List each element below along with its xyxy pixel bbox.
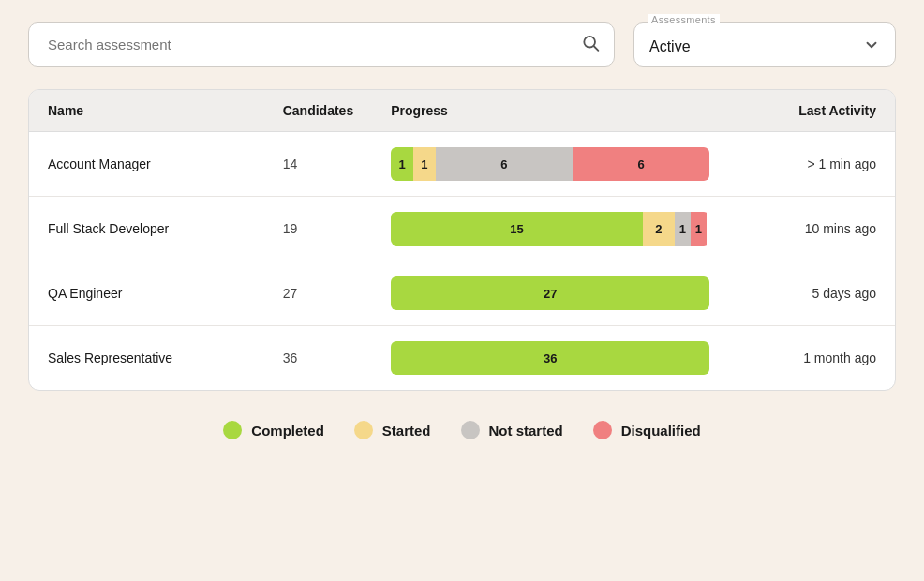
bar-segment-completed: 27 xyxy=(391,276,709,310)
cell-candidates: 27 xyxy=(264,261,372,326)
bar-segment-disqualified: 6 xyxy=(573,147,709,181)
cell-last-activity: 5 days ago xyxy=(728,261,895,326)
search-icon xyxy=(581,33,600,56)
col-header-name: Name xyxy=(29,90,264,132)
cell-last-activity: 1 month ago xyxy=(728,326,895,391)
cell-progress: 27 xyxy=(372,261,728,326)
assessments-dropdown-value: Active xyxy=(649,38,691,55)
progress-bar: 27 xyxy=(391,276,709,310)
bar-segment-completed: 1 xyxy=(391,147,413,181)
col-header-progress: Progress xyxy=(372,90,728,132)
legend-label-not_started: Not started xyxy=(489,423,563,439)
legend-label-disqualified: Disqualified xyxy=(621,423,701,439)
legend-dot-started xyxy=(354,421,373,439)
legend-label-started: Started xyxy=(382,423,431,439)
legend-dot-disqualified xyxy=(593,421,612,439)
assessments-dropdown[interactable]: Assessments Active xyxy=(633,22,896,67)
legend-dot-completed xyxy=(223,421,242,439)
bar-segment-disqualified: 1 xyxy=(691,212,707,246)
legend-dot-not_started xyxy=(461,421,480,439)
bar-segment-completed: 15 xyxy=(391,212,643,246)
bar-segment-not_started: 1 xyxy=(675,212,691,246)
top-bar: Assessments Active xyxy=(28,22,896,67)
bar-segment-not_started: 6 xyxy=(436,147,573,181)
cell-progress: 1166 xyxy=(372,132,728,197)
search-input[interactable] xyxy=(28,22,615,67)
progress-bar: 1166 xyxy=(391,147,709,181)
cell-name: Full Stack Developer xyxy=(29,197,264,261)
cell-last-activity: > 1 min ago xyxy=(728,132,895,197)
bar-segment-started: 2 xyxy=(643,212,675,246)
legend-item-disqualified: Disqualified xyxy=(593,421,701,439)
cell-candidates: 19 xyxy=(264,197,372,261)
cell-candidates: 36 xyxy=(264,326,372,391)
table-row[interactable]: Sales Representative36361 month ago xyxy=(29,326,895,391)
table-row[interactable]: Account Manager141166> 1 min ago xyxy=(29,132,895,197)
table-row[interactable]: QA Engineer27275 days ago xyxy=(29,261,895,326)
legend-item-completed: Completed xyxy=(223,421,324,439)
search-container xyxy=(28,22,615,67)
bar-segment-completed: 36 xyxy=(391,341,709,375)
legend: CompletedStartedNot startedDisqualified xyxy=(223,421,700,439)
progress-bar: 36 xyxy=(391,341,709,375)
cell-name: QA Engineer xyxy=(29,261,264,326)
assessments-table: Name Candidates Progress Last Activity A… xyxy=(29,90,895,390)
assessments-table-container: Name Candidates Progress Last Activity A… xyxy=(28,89,896,391)
legend-item-not_started: Not started xyxy=(461,421,563,439)
svg-line-1 xyxy=(594,46,599,51)
col-header-last-activity: Last Activity xyxy=(728,90,895,132)
col-header-candidates: Candidates xyxy=(264,90,372,132)
cell-progress: 15211 xyxy=(372,197,728,261)
legend-label-completed: Completed xyxy=(251,423,324,439)
cell-last-activity: 10 mins ago xyxy=(728,197,895,261)
chevron-down-icon xyxy=(863,37,880,56)
cell-candidates: 14 xyxy=(264,132,372,197)
table-row[interactable]: Full Stack Developer191521110 mins ago xyxy=(29,197,895,261)
table-header-row: Name Candidates Progress Last Activity xyxy=(29,90,895,132)
bar-segment-started: 1 xyxy=(413,147,436,181)
cell-name: Account Manager xyxy=(29,132,264,197)
cell-name: Sales Representative xyxy=(29,326,264,391)
legend-item-started: Started xyxy=(354,421,431,439)
progress-bar: 15211 xyxy=(391,212,709,246)
cell-progress: 36 xyxy=(372,326,728,391)
assessments-dropdown-value-row: Active xyxy=(649,33,880,56)
assessments-dropdown-label: Assessments xyxy=(648,14,720,25)
